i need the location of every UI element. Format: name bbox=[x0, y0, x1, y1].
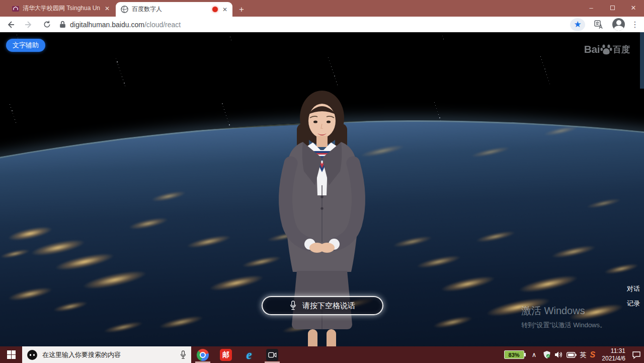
star bbox=[336, 82, 337, 82]
taskbar-clock[interactable]: 11:31 2021/4/6 bbox=[599, 347, 628, 362]
star bbox=[439, 117, 440, 118]
star bbox=[332, 69, 333, 70]
reload-button[interactable] bbox=[39, 18, 54, 31]
action-center-icon[interactable] bbox=[632, 351, 641, 359]
star bbox=[436, 108, 437, 109]
star bbox=[14, 116, 14, 117]
tray-date: 2021/4/6 bbox=[602, 355, 625, 362]
restore-button[interactable] bbox=[602, 0, 623, 15]
close-window-button[interactable]: ✕ bbox=[623, 0, 644, 15]
url-text[interactable]: digitalhuman.baidu.com/cloud/react bbox=[70, 21, 181, 29]
tab-close-icon[interactable]: ✕ bbox=[104, 5, 111, 13]
baidu-logo: Bai 百度 bbox=[584, 43, 630, 55]
star bbox=[12, 110, 13, 111]
mail-taskbar-button[interactable]: 邮 bbox=[214, 346, 237, 363]
chrome-taskbar-button[interactable] bbox=[191, 346, 214, 363]
language-indicator[interactable]: 英 bbox=[580, 350, 587, 359]
side-panel-tabs: 对话 记录 bbox=[626, 284, 641, 309]
tray-chevron-up-icon[interactable]: ∧ bbox=[529, 351, 539, 358]
star bbox=[541, 59, 542, 60]
star bbox=[331, 66, 332, 67]
star bbox=[544, 68, 545, 69]
star bbox=[16, 122, 16, 123]
camera-icon bbox=[266, 349, 278, 361]
page-viewport: 文字辅助 Bai 百度 请按下空格说话 对话 记录 激活 Windo bbox=[0, 32, 644, 346]
star bbox=[545, 71, 546, 72]
browser-titlebar: 清华大学校园网 Tsinghua Univ ✕ 百度数字人 ✕ + – ✕ bbox=[0, 0, 644, 17]
star bbox=[223, 106, 223, 107]
star bbox=[438, 114, 439, 115]
chrome-icon bbox=[197, 349, 209, 361]
star bbox=[437, 111, 438, 112]
toolbar-actions: ★ ⋮ bbox=[570, 18, 639, 31]
battery-tray-icon[interactable] bbox=[567, 352, 577, 358]
new-tab-button[interactable]: + bbox=[235, 4, 248, 16]
star bbox=[123, 80, 123, 80]
star bbox=[337, 85, 338, 85]
star bbox=[11, 107, 11, 108]
baidu-paw-icon bbox=[600, 43, 612, 55]
tab-tsinghua[interactable]: 清华大学校园网 Tsinghua Univ ✕ bbox=[7, 0, 115, 17]
star bbox=[18, 38, 18, 38]
search-mic-icon[interactable] bbox=[180, 350, 186, 359]
speaker-icon[interactable] bbox=[554, 351, 563, 358]
battery-percent-badge[interactable]: 83% bbox=[504, 350, 524, 359]
tab-close-icon[interactable]: ✕ bbox=[221, 6, 228, 14]
system-tray: 83% ∧ 英 S 11:31 2021/4/6 bbox=[504, 346, 644, 363]
tab-title: 百度数字人 bbox=[132, 5, 162, 14]
star bbox=[121, 74, 121, 74]
tab-record[interactable]: 记录 bbox=[626, 299, 641, 309]
star bbox=[222, 103, 223, 104]
back-button[interactable] bbox=[3, 18, 18, 31]
windows-activation-watermark: 激活 Windows 转到“设置”以激活 Windows。 bbox=[521, 304, 606, 330]
bookmark-star-icon[interactable]: ★ bbox=[570, 18, 585, 31]
star bbox=[120, 70, 120, 71]
address-bar[interactable]: digitalhuman.baidu.com/cloud/react bbox=[59, 18, 570, 31]
globe-favicon bbox=[121, 6, 128, 13]
mail-icon: 邮 bbox=[220, 349, 232, 361]
star bbox=[229, 124, 230, 125]
taskbar-apps: 邮 e bbox=[191, 346, 284, 363]
defender-shield-icon[interactable] bbox=[543, 350, 551, 359]
tab-dialog[interactable]: 对话 bbox=[626, 284, 641, 294]
scrollbar-thumb[interactable] bbox=[640, 32, 644, 89]
star bbox=[15, 119, 15, 120]
minimize-button[interactable]: – bbox=[581, 0, 602, 15]
screen: 清华大学校园网 Tsinghua Univ ✕ 百度数字人 ✕ + – ✕ bbox=[0, 0, 644, 363]
profile-avatar[interactable] bbox=[612, 18, 625, 31]
tab-digital-human[interactable]: 百度数字人 ✕ bbox=[116, 2, 232, 17]
text-assist-button[interactable]: 文字辅助 bbox=[6, 39, 45, 52]
forward-button[interactable] bbox=[21, 18, 36, 31]
star bbox=[546, 75, 547, 75]
star bbox=[547, 78, 548, 78]
start-button[interactable] bbox=[0, 346, 22, 363]
sogou-input-icon[interactable]: S bbox=[590, 350, 596, 359]
star bbox=[335, 79, 336, 79]
star bbox=[442, 36, 443, 36]
star bbox=[329, 60, 330, 61]
kebab-menu-icon[interactable]: ⋮ bbox=[631, 20, 639, 29]
restore-icon bbox=[610, 6, 615, 10]
recording-indicator-icon bbox=[212, 7, 218, 12]
browser-toolbar: digitalhuman.baidu.com/cloud/react ★ ⋮ bbox=[0, 17, 644, 32]
translate-icon[interactable] bbox=[591, 18, 606, 31]
tab-title: 清华大学校园网 Tsinghua Univ bbox=[23, 4, 100, 13]
tray-time: 11:31 bbox=[602, 347, 625, 355]
taskbar-search-box[interactable]: 在这里输入你要搜索的内容 bbox=[22, 346, 191, 363]
star bbox=[228, 121, 228, 122]
star bbox=[549, 84, 550, 84]
star bbox=[543, 65, 544, 66]
star bbox=[328, 57, 329, 58]
ie-taskbar-button[interactable]: e bbox=[237, 346, 261, 363]
push-to-talk-pill[interactable]: 请按下空格说话 bbox=[262, 296, 383, 315]
camera-taskbar-button[interactable] bbox=[261, 346, 284, 363]
star bbox=[434, 102, 435, 103]
star bbox=[116, 58, 116, 59]
star bbox=[13, 113, 13, 114]
star bbox=[122, 77, 122, 77]
star bbox=[225, 112, 225, 113]
star bbox=[231, 40, 231, 40]
cortana-icon bbox=[27, 350, 37, 360]
star bbox=[334, 76, 335, 77]
taskbar-search-placeholder: 在这里输入你要搜索的内容 bbox=[42, 350, 175, 359]
